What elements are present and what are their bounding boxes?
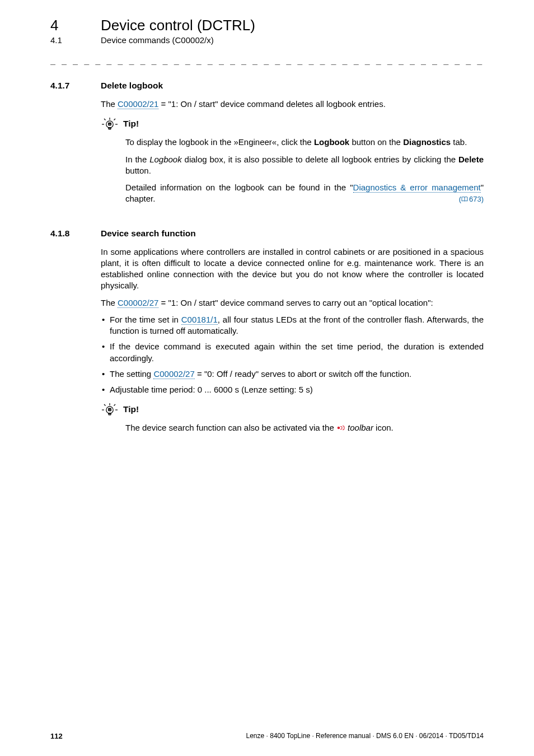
chapter-heading: 4 Device control (DCTRL) [50, 17, 484, 34]
subsection-418-number: 4.1.8 [50, 228, 101, 239]
page-number: 112 [50, 732, 63, 740]
link-c00002-27-b[interactable]: C00002/27 [153, 369, 194, 379]
tip-header-418: Tip! [101, 401, 484, 418]
s418-li-2: If the device command is executed again … [101, 341, 484, 364]
chapter-title: Device control (DCTRL) [101, 17, 255, 34]
s418-li-4: Adjustable time period: 0 ... 6000 s (Le… [101, 384, 484, 395]
s418-tip-p1: The device search function can also be a… [125, 422, 484, 433]
tip-label-418: Tip! [123, 404, 139, 416]
footer-doc-info: Lenze · 8400 TopLine · Reference manual … [246, 732, 484, 740]
divider-dashes: _ _ _ _ _ _ _ _ _ _ _ _ _ _ _ _ _ _ _ _ … [50, 55, 484, 65]
subsection-417-heading: 4.1.7 Delete logbook [50, 81, 484, 91]
svg-line-19 [114, 404, 116, 406]
svg-point-20 [338, 427, 340, 430]
book-icon [461, 197, 468, 202]
page-ref-673[interactable]: (673) [459, 195, 484, 203]
section-heading: 4.1 Device commands (C00002/x) [50, 35, 484, 45]
s418-paragraph-2: The C00002/27 = "1: On / start" device c… [101, 297, 484, 309]
link-c00181-1[interactable]: C00181/1 [181, 315, 218, 325]
chapter-number: 4 [50, 17, 101, 34]
section-title: Device commands (C00002/x) [101, 35, 214, 45]
toolbar-search-icon [336, 424, 345, 432]
subsection-418-heading: 4.1.8 Device search function [50, 228, 484, 239]
link-diagnostics-chapter[interactable]: Diagnostics & error management [353, 183, 481, 193]
s417-tip-p2: In the Logbook dialog box, it is also po… [125, 154, 484, 177]
subsection-417-title: Delete logbook [101, 81, 163, 91]
s418-li-1: For the time set in C00181/1, all four s… [101, 314, 484, 337]
lightbulb-icon [101, 115, 119, 132]
tip-label-417: Tip! [123, 118, 139, 130]
lightbulb-icon [101, 401, 119, 418]
s417-paragraph-1: The C00002/21 = "1: On / start" device c… [101, 99, 484, 110]
subsection-417-number: 4.1.7 [50, 81, 101, 91]
s417-tip-p1: To display the logbook in the »Engineer«… [125, 137, 484, 148]
subsection-417-body: The C00002/21 = "1: On / start" device c… [101, 99, 484, 205]
subsection-418-title: Device search function [101, 228, 196, 239]
subsection-418-body: In some applications where controllers a… [101, 246, 484, 434]
s418-li-3: The setting C00002/27 = "0: Off / ready"… [101, 368, 484, 380]
tip-header-417: Tip! [101, 115, 484, 132]
s418-bullet-list: For the time set in C00181/1, all four s… [101, 314, 484, 396]
link-c00002-27-a[interactable]: C00002/27 [118, 298, 158, 308]
page-footer: 112 Lenze · 8400 TopLine · Reference man… [0, 732, 534, 740]
s417-tip-p3: Detailed information on the logbook can … [125, 182, 484, 205]
link-c00002-21[interactable]: C00002/21 [118, 99, 158, 109]
tip-body-418: The device search function can also be a… [125, 422, 484, 433]
svg-line-9 [114, 119, 116, 120]
section-number: 4.1 [50, 35, 101, 45]
s418-paragraph-1: In some applications where controllers a… [101, 246, 484, 292]
svg-line-18 [104, 404, 106, 406]
tip-body-417: To display the logbook in the »Engineer«… [125, 137, 484, 204]
svg-line-8 [104, 119, 106, 120]
